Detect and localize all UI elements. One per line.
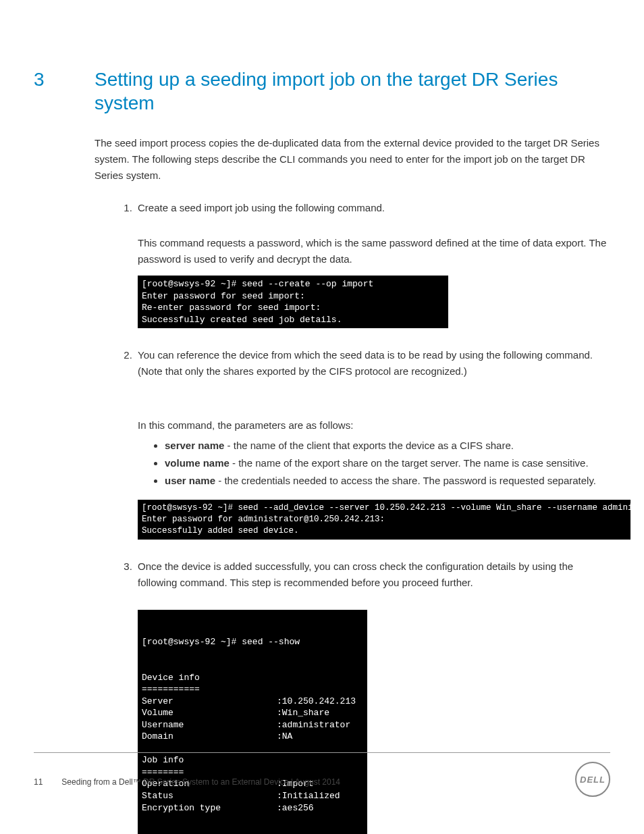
step-3: Once the device is added successfully, y…	[135, 558, 610, 834]
page-footer: 11 Seeding from a Dell™ DR Series System…	[34, 777, 340, 787]
terminal-output: [root@swsys-92 ~]# seed --add_device --s…	[138, 500, 630, 540]
footer-doc-title: Seeding from a Dell™ DR Series System to…	[61, 777, 340, 787]
section-number: 3	[34, 68, 95, 91]
param-list: server name - the name of the client tha…	[138, 438, 610, 489]
terminal-labels: Device info =========== Server Volume Us…	[142, 672, 277, 814]
footer-divider	[34, 752, 610, 753]
step-2: You can reference the device from which …	[135, 347, 610, 540]
logo-text: DELL	[580, 775, 606, 785]
param-desc: - the credentials needed to access the s…	[215, 475, 596, 486]
steps-list: Create a seed import job using the follo…	[95, 200, 610, 834]
param-name: server name	[165, 440, 224, 451]
terminal-output: [root@swsys-92 ~]# seed --show Device in…	[138, 610, 367, 834]
param-item: volume name - the name of the export sha…	[165, 455, 610, 471]
param-name: volume name	[165, 457, 230, 469]
step-desc: This command requests a password, which …	[138, 235, 610, 267]
terminal-values: :10.250.242.213 :Win_share :administrato…	[277, 672, 363, 814]
param-item: server name - the name of the client tha…	[165, 438, 610, 454]
step-1: Create a seed import job using the follo…	[135, 200, 610, 328]
step-lead: You can reference the device from which …	[138, 349, 593, 377]
intro-paragraph: The seed import process copies the de-du…	[95, 135, 610, 184]
step-lead: Once the device is added successfully, y…	[138, 561, 573, 588]
terminal-output: [root@swsys-92 ~]# seed --create --op im…	[138, 276, 448, 328]
page-number: 11	[34, 777, 43, 787]
param-item: user name - the credentials needed to ac…	[165, 473, 610, 489]
param-intro: In this command, the parameters are as f…	[138, 417, 610, 434]
param-desc: - the name of the client that exports th…	[224, 440, 514, 451]
param-desc: - the name of the export share on the ta…	[230, 457, 589, 469]
section-heading-row: 3 Setting up a seeding import job on the…	[34, 68, 610, 115]
step-lead: Create a seed import job using the follo…	[138, 202, 385, 213]
section-title: Setting up a seeding import job on the t…	[95, 68, 610, 115]
param-name: user name	[165, 475, 215, 486]
terminal-head: [root@swsys-92 ~]# seed --show	[142, 636, 363, 648]
document-page: 3 Setting up a seeding import job on the…	[0, 0, 644, 834]
content-body: The seed import process copies the de-du…	[95, 135, 610, 834]
dell-logo-icon: DELL	[575, 762, 610, 797]
